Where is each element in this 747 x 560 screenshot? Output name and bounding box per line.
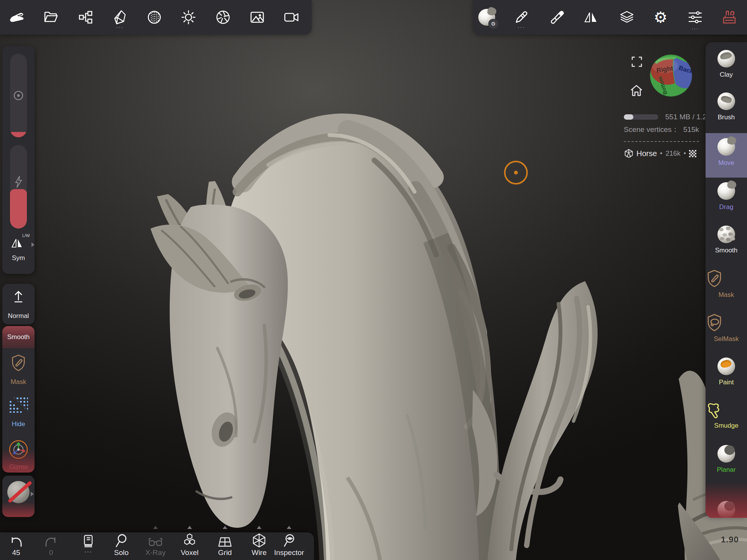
solo-magnifier-icon	[105, 532, 137, 548]
xray-glasses-icon	[139, 532, 172, 548]
tool-label: Smooth	[706, 247, 747, 254]
tool-paint[interactable]: Paint	[706, 357, 747, 386]
tool-mask[interactable]: Mask	[706, 269, 747, 299]
scene-vertices-value: 515k	[683, 125, 699, 133]
mask-shield-icon[interactable]	[10, 354, 27, 372]
undo-arrow-icon	[0, 532, 32, 548]
smooth-action[interactable]: Smooth	[2, 326, 35, 348]
symmetry-label: Sym	[2, 254, 35, 262]
voxel-button[interactable]: Voxel	[174, 532, 206, 557]
open-folder-icon[interactable]	[43, 9, 59, 26]
caret-up-icon	[257, 526, 261, 529]
active-tool-matcap-icon[interactable]: ⚙	[478, 9, 495, 26]
symmetry-icon[interactable]	[11, 237, 24, 249]
undo-button[interactable]: 45	[0, 532, 32, 557]
material-panel[interactable]	[2, 476, 35, 517]
intensity-fill	[10, 189, 27, 229]
tool-drag[interactable]: Drag	[706, 182, 747, 211]
orientation-ball[interactable]: Right Back Bottom	[649, 54, 692, 97]
redo-count: 0	[35, 548, 67, 557]
more-indicator: ···	[116, 25, 124, 29]
tool-smooth[interactable]: Smooth	[706, 226, 747, 254]
redo-button[interactable]: 0	[35, 532, 67, 557]
planar-sphere-icon	[717, 445, 735, 463]
topology-gem-icon[interactable]	[111, 9, 128, 26]
object-row[interactable]: Horse • 216k •	[624, 149, 696, 158]
lighting-sun-icon[interactable]	[180, 9, 197, 26]
memory-usage-text: 551 MB / 1.2	[665, 113, 705, 123]
intensity-slider[interactable]	[10, 145, 27, 229]
grid-plane-icon	[209, 532, 241, 548]
layers-icon[interactable]	[618, 9, 635, 26]
quick-actions-panel: Smooth Mask Hide Gizmo	[2, 326, 35, 473]
chevron-right-icon[interactable]	[31, 492, 34, 496]
move-matcap-preview: ⚙	[478, 9, 495, 26]
mask-action-label: Mask	[2, 378, 35, 386]
radius-slider[interactable]	[10, 54, 27, 137]
voxel-label: Voxel	[174, 548, 206, 557]
tool-settings-gear-icon: ⚙	[488, 19, 498, 29]
panel-scroll-fade	[2, 449, 35, 473]
xray-label: X-Ray	[139, 548, 172, 557]
grid-button[interactable]: Grid	[209, 532, 241, 557]
tool-label: Move	[706, 159, 747, 167]
mesh-polyhedron-icon	[624, 149, 633, 158]
more-indicator: ···	[692, 27, 699, 31]
separator-dot: •	[660, 150, 662, 158]
video-camera-icon[interactable]	[283, 9, 300, 26]
home-icon[interactable]	[630, 85, 643, 96]
smooth-action-label: Smooth	[7, 333, 30, 341]
object-name: Horse	[636, 149, 657, 158]
disabled-slash-icon	[8, 481, 32, 503]
tool-selmask[interactable]: SelMask	[706, 313, 747, 343]
nomad-logo-icon[interactable]	[8, 9, 25, 26]
symmetry-mode-tag: L/W	[22, 233, 30, 238]
undo-count: 45	[0, 548, 32, 557]
history-notes-button[interactable]: ···	[72, 532, 104, 555]
stroke-falloff-panel[interactable]: Normal	[2, 284, 35, 324]
normal-label: Normal	[2, 312, 35, 320]
hide-dissolve-icon[interactable]	[9, 397, 28, 413]
pencil-icon[interactable]	[513, 9, 530, 26]
toolbox-icon[interactable]	[721, 9, 738, 26]
radius-fill	[10, 132, 27, 137]
move-sphere-icon	[717, 138, 735, 156]
scale-indicator: 1.90	[721, 535, 739, 545]
caret-up-icon	[187, 526, 192, 529]
tool-brush[interactable]: Brush	[706, 92, 747, 121]
sculpt-canvas-horse[interactable]	[0, 0, 747, 560]
camera-aperture-icon[interactable]	[215, 9, 231, 26]
xray-button[interactable]: X-Ray	[139, 532, 172, 557]
tool-label: Planar	[706, 466, 747, 474]
tool-clay[interactable]: Clay	[706, 50, 747, 79]
solo-button[interactable]: Solo	[105, 532, 137, 557]
settings-gear-icon[interactable]: ⚙	[652, 9, 669, 26]
fullscreen-icon[interactable]	[631, 56, 642, 67]
separator-dot: •	[684, 150, 686, 158]
paintbrush-icon[interactable]	[549, 9, 566, 26]
chevron-right-icon[interactable]	[31, 242, 35, 247]
brush-cursor	[504, 161, 528, 184]
image-icon[interactable]	[249, 9, 266, 26]
panel-scroll-fade	[2, 502, 35, 517]
caret-up-icon	[153, 526, 158, 529]
matcap-sphere-icon[interactable]	[146, 9, 163, 26]
dither-checker-icon	[689, 150, 696, 157]
tool-label: Drag	[706, 203, 747, 211]
memory-usage-fill	[624, 114, 633, 120]
brush-settings-panel: L/W Sym	[2, 46, 35, 274]
node-graph-icon[interactable]	[77, 9, 94, 26]
wire-button[interactable]: Wire	[243, 532, 275, 557]
inspector-magnifier-icon	[273, 532, 305, 548]
wire-label: Wire	[243, 548, 275, 557]
selmask-shield-icon	[706, 313, 723, 332]
inspector-button[interactable]: Inspector	[273, 532, 305, 557]
mirror-icon[interactable]	[582, 9, 599, 26]
tool-smudge[interactable]: Smudge	[706, 401, 747, 430]
main-toolbar-right: ⚙ ··· ⚙ ···	[473, 0, 747, 35]
tool-move[interactable]: Move	[706, 138, 747, 167]
adjust-sliders-icon[interactable]	[687, 9, 704, 26]
clay-sphere-icon	[717, 50, 735, 68]
tool-planar[interactable]: Planar	[706, 445, 747, 474]
scene-vertices-label: Scene vertices：	[624, 125, 679, 133]
